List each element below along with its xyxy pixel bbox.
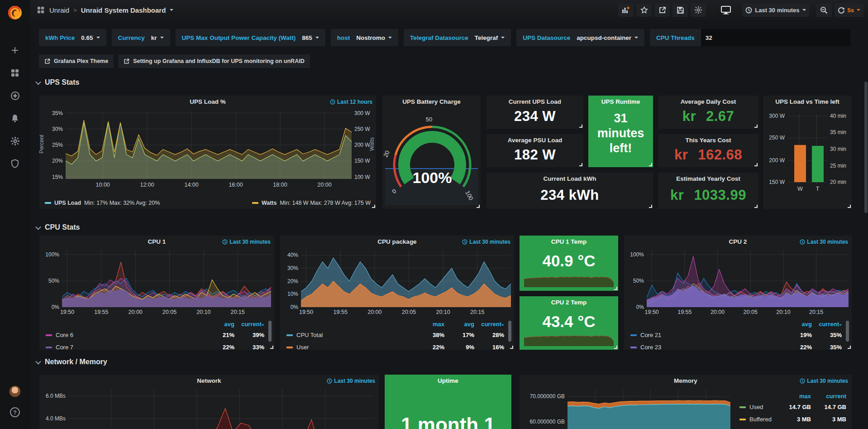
network-chart[interactable] bbox=[68, 389, 374, 429]
panel-resize-handle[interactable] bbox=[477, 205, 480, 208]
panel-resize-handle[interactable] bbox=[614, 287, 617, 290]
panel-resize-handle[interactable] bbox=[579, 163, 582, 166]
time-range-picker[interactable]: Last 30 minutes bbox=[742, 3, 809, 17]
section-network-memory[interactable]: Network / Memory bbox=[36, 358, 107, 366]
cpu-threads-input[interactable] bbox=[701, 29, 850, 46]
legend-series-name[interactable]: CPU Total bbox=[286, 332, 415, 338]
panel-resize-handle[interactable] bbox=[372, 205, 375, 208]
panel-resize-handle[interactable] bbox=[848, 205, 851, 208]
panel-title[interactable]: UPS Load % bbox=[39, 98, 376, 105]
memory-chart[interactable] bbox=[568, 389, 730, 429]
legend-scrollbar[interactable] bbox=[508, 321, 511, 342]
panel-time-range[interactable]: Last 30 minutes bbox=[327, 378, 375, 384]
alerts-bell-icon[interactable] bbox=[10, 113, 20, 123]
panel-time-range[interactable]: Last 30 minutes bbox=[800, 378, 848, 384]
legend-header-max[interactable]: max bbox=[415, 321, 444, 328]
panel-resize-handle[interactable] bbox=[754, 205, 758, 208]
panel-title[interactable]: This Years Cost bbox=[658, 137, 758, 144]
section-ups-stats[interactable]: UPS Stats bbox=[36, 78, 79, 87]
legend-header-max[interactable]: max bbox=[776, 393, 811, 400]
bar-watts[interactable]: W bbox=[794, 145, 806, 182]
dashboard-settings-gear-icon[interactable] bbox=[691, 3, 706, 17]
panel-title[interactable]: Average PSU Load bbox=[486, 137, 583, 144]
variable-currency[interactable]: Currency kr bbox=[112, 29, 170, 46]
shield-icon[interactable] bbox=[10, 159, 20, 169]
link-grafana-plex-theme[interactable]: Grafana Plex Theme bbox=[39, 54, 114, 68]
bar-time-left[interactable]: T bbox=[812, 146, 824, 183]
legend-series-name[interactable]: Buffered bbox=[739, 416, 776, 423]
panel-time-range[interactable]: Last 12 hours bbox=[330, 99, 372, 105]
legend-header-current[interactable]: current bbox=[811, 393, 846, 400]
variable-ups-max-output[interactable]: UPS Max Output Power Capacity (Watt) 865 bbox=[176, 29, 325, 46]
panel-resize-handle[interactable] bbox=[649, 205, 652, 208]
star-button[interactable] bbox=[636, 3, 652, 17]
legend-series-name[interactable]: Core 7 bbox=[46, 344, 205, 351]
help-icon[interactable]: ? bbox=[10, 407, 20, 417]
panel-title[interactable]: UPS Runtime bbox=[588, 98, 653, 105]
panel-title[interactable]: Current Load kWh bbox=[486, 175, 653, 182]
panel-resize-handle[interactable] bbox=[754, 163, 758, 166]
panel-time-range[interactable]: Last 30 minutes bbox=[800, 239, 848, 245]
cycle-view-monitor-icon[interactable] bbox=[718, 3, 734, 17]
panel-time-range[interactable]: Last 30 minutes bbox=[462, 239, 510, 245]
panel-title[interactable]: Average Daily Cost bbox=[658, 98, 758, 105]
ups-load-chart[interactable] bbox=[66, 111, 352, 179]
breadcrumb-root[interactable]: Unraid bbox=[49, 6, 69, 14]
dashboards-icon[interactable] bbox=[10, 68, 20, 78]
variable-host[interactable]: host Nostromo bbox=[331, 29, 398, 46]
page-scrollbar-thumb[interactable] bbox=[864, 82, 868, 213]
legend-item-watts[interactable]: Watts Min: 148 W Max: 278 W Avg: 175 W bbox=[252, 200, 371, 206]
variable-telegraf-datasource[interactable]: Telegraf Datasource Telegraf bbox=[404, 29, 511, 46]
explore-icon[interactable] bbox=[10, 91, 20, 101]
add-panel-button[interactable] bbox=[618, 3, 634, 17]
panel-title[interactable]: CPU 2 Temp bbox=[520, 299, 618, 306]
variable-ups-datasource[interactable]: UPS Datasource apcupsd-container bbox=[516, 29, 644, 46]
legend-header-avg[interactable]: avg bbox=[205, 321, 234, 328]
panel-title[interactable]: Current UPS Load bbox=[486, 98, 583, 105]
share-button[interactable] bbox=[654, 3, 670, 17]
legend-header-current[interactable]: current bbox=[474, 321, 504, 328]
panel-resize-handle[interactable] bbox=[614, 346, 617, 349]
panel-resize-handle[interactable] bbox=[579, 125, 582, 128]
zoom-out-button[interactable] bbox=[816, 3, 832, 17]
avatar[interactable] bbox=[9, 386, 21, 397]
plus-icon[interactable] bbox=[10, 45, 20, 55]
panel-title[interactable]: UPS Battery Charge bbox=[382, 98, 481, 105]
panel-resize-handle[interactable] bbox=[754, 125, 758, 128]
legend-header-current[interactable]: current bbox=[234, 321, 264, 328]
caret-down-icon[interactable] bbox=[170, 9, 173, 13]
cpu1-chart[interactable] bbox=[62, 250, 271, 307]
legend-header-avg[interactable]: avg bbox=[782, 321, 812, 328]
legend-series-name[interactable]: Core 6 bbox=[46, 332, 205, 338]
panel-title[interactable]: CPU 1 Temp bbox=[520, 238, 618, 245]
grafana-logo-icon[interactable] bbox=[6, 4, 24, 22]
refresh-button[interactable]: 5s bbox=[835, 3, 863, 17]
panel-title[interactable]: Estimated Yearly Cost bbox=[658, 175, 758, 182]
cpu2-chart[interactable] bbox=[647, 250, 849, 307]
legend-scrollbar[interactable] bbox=[846, 321, 849, 342]
link-ups-monitoring-guide[interactable]: Setting up Grafana and InfluxDB for UPS … bbox=[118, 54, 310, 68]
legend-item-ups-load[interactable]: UPS Load Min: 17% Max: 32% Avg: 20% bbox=[45, 200, 160, 206]
legend-series-name[interactable]: Core 21 bbox=[630, 332, 782, 338]
legend-scrollbar[interactable] bbox=[268, 321, 272, 342]
legend-series-name[interactable]: Core 23 bbox=[630, 344, 782, 351]
variable-kwh-price[interactable]: kWh Price 0.65 bbox=[39, 29, 106, 46]
legend-header-current[interactable]: current bbox=[812, 321, 842, 328]
legend-header-avg[interactable]: avg bbox=[444, 321, 474, 328]
legend-series-name[interactable]: User bbox=[286, 344, 415, 351]
panel-resize-handle[interactable] bbox=[510, 346, 513, 349]
panel-resize-handle[interactable] bbox=[649, 163, 652, 166]
apps-grid-icon[interactable] bbox=[36, 5, 45, 14]
legend-series-name[interactable]: Used bbox=[739, 404, 776, 410]
panel-resize-handle[interactable] bbox=[270, 346, 273, 349]
cpu-package-chart[interactable] bbox=[301, 250, 511, 307]
bar-chart-plot[interactable]: W T bbox=[788, 114, 827, 184]
panel-resize-handle[interactable] bbox=[848, 346, 851, 349]
save-button[interactable] bbox=[672, 3, 688, 17]
panel-time-range[interactable]: Last 30 minutes bbox=[222, 239, 271, 245]
settings-gear-icon[interactable] bbox=[10, 136, 20, 146]
panel-title[interactable]: Uptime bbox=[385, 377, 511, 384]
section-cpu-stats[interactable]: CPU Stats bbox=[36, 223, 80, 231]
panel-title[interactable]: UPS Load vs Time left bbox=[763, 98, 852, 105]
dashboard-title[interactable]: Unraid System Dashboard bbox=[81, 6, 166, 14]
